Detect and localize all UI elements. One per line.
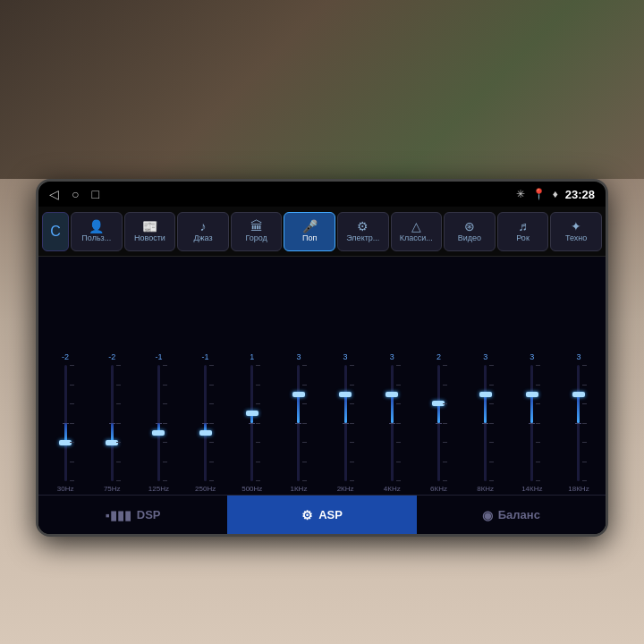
asp-label: ASP <box>318 508 343 521</box>
eq-channel-2КHz: 32КHz <box>322 352 369 493</box>
dsp-icon: ▪▮▮▮ <box>106 508 131 522</box>
tab-rock[interactable]: ♬ Рок <box>497 212 549 251</box>
eq-slider-8КHz[interactable] <box>484 365 487 481</box>
freq-label-250Hz: 250Hz <box>195 485 216 493</box>
video-icon: ⊛ <box>464 220 475 233</box>
eq-value-8КHz: 3 <box>483 352 487 363</box>
eq-slider-2КHz[interactable] <box>344 365 347 481</box>
tab-video[interactable]: ⊛ Видео <box>444 212 496 251</box>
eq-area: -230Hz-275Hz-1125Hz-1250Hz1500Hz31КHz32К… <box>38 257 606 495</box>
tab-electro[interactable]: ⚙ Электр... <box>337 212 389 251</box>
eq-value-6КHz: 2 <box>436 352 441 363</box>
dsp-label: DSP <box>137 508 161 521</box>
tab-video-label: Видео <box>458 233 481 242</box>
eq-value-2КHz: 3 <box>343 352 348 363</box>
tab-user[interactable]: 👤 Польз... <box>71 212 123 251</box>
eq-channel-8КHz: 38КHz <box>462 352 509 493</box>
user-icon: 👤 <box>89 220 104 233</box>
electro-icon: ⚙ <box>357 220 369 233</box>
asp-tab[interactable]: ⚙ ASP <box>227 496 416 534</box>
eq-value-75Hz: -2 <box>108 352 115 363</box>
home-icon[interactable]: ○ <box>72 187 79 201</box>
freq-label-6КHz: 6КHz <box>430 485 447 493</box>
eq-slider-250Hz[interactable] <box>204 365 207 481</box>
eq-channel-250Hz: -1250Hz <box>182 352 229 493</box>
tab-electro-label: Электр... <box>346 233 379 242</box>
clock: 23:28 <box>565 188 595 201</box>
eq-value-1КHz: 3 <box>296 352 301 363</box>
balance-icon: ◉ <box>482 508 493 522</box>
asp-icon: ⚙ <box>301 508 313 522</box>
freq-label-75Hz: 75Hz <box>104 485 121 493</box>
tab-news[interactable]: 📰 Новости <box>124 212 176 251</box>
tab-rock-label: Рок <box>516 233 530 242</box>
eq-channel-500Hz: 1500Hz <box>229 352 275 493</box>
rock-icon: ♬ <box>518 220 528 233</box>
tab-techno-label: Техно <box>565 233 587 242</box>
eq-channel-1КHz: 31КHz <box>275 352 322 493</box>
tab-jazz-label: Джаз <box>193 233 212 242</box>
tab-pop[interactable]: 🎤 Поп <box>284 212 335 251</box>
tab-techno[interactable]: ✦ Техно <box>550 212 602 251</box>
wifi-icon: ♦ <box>553 188 558 200</box>
freq-label-4КHz: 4КHz <box>384 485 401 493</box>
eq-channel-14КHz: 314КHz <box>509 352 555 493</box>
eq-slider-4КHz[interactable] <box>391 365 394 481</box>
tab-city[interactable]: 🏛 Город <box>231 212 283 251</box>
news-icon: 📰 <box>142 220 157 233</box>
eq-channel-75Hz: -275Hz <box>89 352 135 493</box>
pop-icon: 🎤 <box>302 220 318 233</box>
freq-label-8КHz: 8КHz <box>477 485 494 493</box>
preset-tabs-bar: C 👤 Польз... 📰 Новости ♪ Джаз 🏛 Город 🎤 … <box>38 207 606 257</box>
freq-label-2КHz: 2КHz <box>337 485 354 493</box>
tab-classic[interactable]: △ Класси... <box>391 212 443 251</box>
eq-value-500Hz: 1 <box>250 352 254 363</box>
tab-pop-label: Поп <box>302 233 317 242</box>
classic-icon: △ <box>411 220 421 233</box>
freq-label-30Hz: 30Hz <box>57 485 74 493</box>
tab-city-label: Город <box>245 233 267 242</box>
eq-slider-14КHz[interactable] <box>530 365 533 481</box>
jazz-icon: ♪ <box>199 220 206 233</box>
eq-slider-18КHz[interactable] <box>577 365 580 481</box>
freq-label-125Hz: 125Hz <box>148 485 169 493</box>
screen-content: C 👤 Польз... 📰 Новости ♪ Джаз 🏛 Город 🎤 … <box>38 207 606 534</box>
eq-channel-18КHz: 318КHz <box>555 352 602 493</box>
eq-sliders: -230Hz-275Hz-1125Hz-1250Hz1500Hz31КHz32К… <box>42 262 602 493</box>
eq-slider-500Hz[interactable] <box>250 365 253 481</box>
status-bar: ◁ ○ □ ✳ 📍 ♦ 23:28 <box>38 182 606 207</box>
balance-tab[interactable]: ◉ Баланс <box>417 496 606 534</box>
eq-slider-75Hz[interactable] <box>111 365 114 481</box>
eq-slider-1КHz[interactable] <box>297 365 300 481</box>
freq-label-14КHz: 14КHz <box>521 485 542 493</box>
eq-value-18КHz: 3 <box>576 352 580 363</box>
freq-label-500Hz: 500Hz <box>242 485 262 493</box>
eq-value-30Hz: -2 <box>62 352 69 363</box>
recents-icon[interactable]: □ <box>91 187 98 201</box>
balance-label: Баланс <box>498 508 540 521</box>
eq-value-250Hz: -1 <box>202 352 209 363</box>
nav-icons: ◁ ○ □ <box>49 187 99 201</box>
tab-news-label: Новости <box>134 233 165 242</box>
dsp-tab[interactable]: ▪▮▮▮ DSP <box>38 496 227 534</box>
eq-slider-125Hz[interactable] <box>157 365 160 481</box>
freq-label-1КHz: 1КHz <box>291 485 308 493</box>
eq-slider-30Hz[interactable] <box>64 365 67 481</box>
tab-user-label: Польз... <box>81 233 111 242</box>
bluetooth-icon: ✳ <box>516 188 525 200</box>
tab-classic-label: Класси... <box>400 233 433 242</box>
eq-slider-6КHz[interactable] <box>437 365 440 481</box>
techno-icon: ✦ <box>571 220 581 233</box>
back-icon[interactable]: ◁ <box>49 187 59 201</box>
freq-label-18КHz: 18КHz <box>568 485 589 493</box>
device-frame: ◁ ○ □ ✳ 📍 ♦ 23:28 C 👤 Польз... 📰 Новости… <box>36 179 608 537</box>
eq-channel-6КHz: 26КHz <box>415 352 462 493</box>
eq-channel-30Hz: -230Hz <box>42 352 89 493</box>
tab-jazz[interactable]: ♪ Джаз <box>177 212 229 251</box>
eq-value-125Hz: -1 <box>155 352 162 363</box>
eq-value-4КHz: 3 <box>390 352 394 363</box>
eq-value-14КHz: 3 <box>530 352 534 363</box>
status-right: ✳ 📍 ♦ 23:28 <box>516 188 595 201</box>
bottom-tabs: ▪▮▮▮ DSP ⚙ ASP ◉ Баланс <box>38 495 606 534</box>
reset-button[interactable]: C <box>42 212 69 251</box>
